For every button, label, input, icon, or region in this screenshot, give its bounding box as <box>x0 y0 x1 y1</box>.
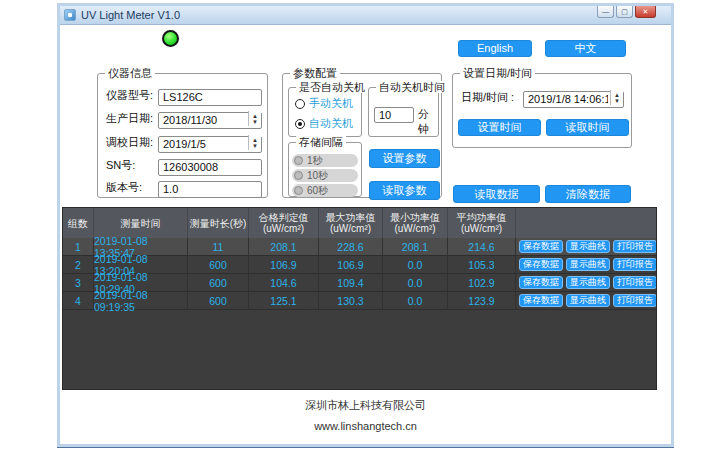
datetime-label: 日期/时间 : <box>461 89 514 106</box>
model-row: 仪器型号: <box>98 87 267 104</box>
minutes-label: 分钟 <box>418 107 438 137</box>
cell-max-value: 228.6 <box>319 238 383 255</box>
production-date-spinner[interactable]: ▲▼ <box>248 111 261 126</box>
cell-min-value: 0.0 <box>383 292 448 309</box>
model-label: 仪器型号: <box>106 87 153 104</box>
title-bar[interactable]: UV Light Meter V1.0 — ▢ ✕ <box>60 6 671 25</box>
header-min: 最小功率值(uW/cm²) <box>383 208 448 238</box>
cell-max-value: 109.4 <box>319 274 383 291</box>
measurement-table: 组数 测量时间 测量时长(秒) 合格判定值(uW/cm²) 最大功率值(uW/c… <box>62 207 657 390</box>
save-data-button[interactable]: 保存数据 <box>519 294 563 307</box>
cell-pass-value: 106.9 <box>249 256 319 273</box>
manual-shutdown-label: 手动关机 <box>309 96 353 111</box>
cell-duration: 11 <box>188 238 249 255</box>
sn-field[interactable] <box>158 159 262 176</box>
maximize-button[interactable]: ▢ <box>616 6 633 18</box>
datetime-field[interactable] <box>523 91 624 108</box>
read-time-button[interactable]: 读取时间 <box>546 119 629 136</box>
read-params-button[interactable]: 读取参数 <box>369 181 440 200</box>
cell-time: 2019-01-08 09:19:35 <box>94 292 188 309</box>
save-data-button[interactable]: 保存数据 <box>519 240 563 253</box>
sn-row: SN号: <box>98 157 267 174</box>
version-field[interactable] <box>158 181 262 198</box>
calibration-date-row: 调校日期: ▲▼ <box>98 134 267 151</box>
english-language-button[interactable]: English <box>458 40 532 57</box>
device-info-group: 仪器信息 仪器型号: 生产日期: ▲▼ 调校日期: ▲▼ SN号: <box>97 73 268 198</box>
row-actions: 保存数据显示曲线打印报告 <box>516 292 657 309</box>
close-button[interactable]: ✕ <box>635 6 656 18</box>
cell-min-value: 0.0 <box>383 256 448 273</box>
calibration-date-spinner[interactable]: ▲▼ <box>248 135 261 150</box>
cell-duration: 600 <box>188 274 249 291</box>
cell-pass-value: 125.1 <box>249 292 319 309</box>
interval-10s-radio[interactable] <box>294 171 303 180</box>
save-data-button[interactable]: 保存数据 <box>519 258 563 271</box>
manual-shutdown-radio[interactable] <box>295 99 305 109</box>
calibration-date-field[interactable] <box>158 136 262 153</box>
read-data-button[interactable]: 读取数据 <box>453 185 540 203</box>
cell-group: 3 <box>63 274 94 291</box>
interval-10s-option[interactable]: 10秒 <box>292 169 358 182</box>
cell-max-value: 106.9 <box>319 256 383 273</box>
production-date-field[interactable] <box>158 112 262 129</box>
storage-interval-title: 存储间隔 <box>296 136 346 148</box>
screen: UV Light Meter V1.0 — ▢ ✕ English 中文 仪器信… <box>0 0 726 450</box>
datetime-spinner[interactable]: ▲▼ <box>610 90 623 105</box>
cell-min-value: 208.1 <box>383 238 448 255</box>
storage-interval-group: 存储间隔 1秒 10秒 60秒 <box>288 142 362 197</box>
table-row[interactable]: 42019-01-08 09:19:35600125.1130.30.0123.… <box>63 292 656 310</box>
param-config-title: 参数配置 <box>290 67 340 79</box>
cell-pass-value: 104.6 <box>249 274 319 291</box>
shutdown-time-field[interactable] <box>374 107 414 123</box>
connection-led-indicator <box>162 30 179 47</box>
device-info-title: 仪器信息 <box>105 67 155 79</box>
interval-10s-label: 10秒 <box>307 169 328 183</box>
show-curve-button[interactable]: 显示曲线 <box>566 240 610 253</box>
cell-avg-value: 105.3 <box>448 256 516 273</box>
cell-avg-value: 102.9 <box>448 274 516 291</box>
interval-60s-radio[interactable] <box>294 186 303 195</box>
cell-group: 4 <box>63 292 94 309</box>
print-report-button[interactable]: 打印报告 <box>613 276 657 289</box>
set-time-button[interactable]: 设置时间 <box>458 119 541 136</box>
interval-60s-option[interactable]: 60秒 <box>292 184 358 197</box>
app-icon <box>64 9 76 21</box>
interval-60s-label: 60秒 <box>307 184 328 198</box>
save-data-button[interactable]: 保存数据 <box>519 276 563 289</box>
version-label: 版本号: <box>106 179 142 196</box>
shutdown-time-title: 自动关机时间 <box>376 81 448 93</box>
auto-shutdown-label: 自动关机 <box>309 116 353 131</box>
row-actions: 保存数据显示曲线打印报告 <box>516 256 657 273</box>
print-report-button[interactable]: 打印报告 <box>613 294 657 307</box>
show-curve-button[interactable]: 显示曲线 <box>566 276 610 289</box>
auto-shutdown-title: 是否自动关机 <box>296 81 368 93</box>
auto-shutdown-group: 是否自动关机 手动关机 自动关机 <box>288 87 362 137</box>
auto-shutdown-option[interactable]: 自动关机 <box>295 117 353 130</box>
calibration-date-label: 调校日期: <box>106 134 153 151</box>
show-curve-button[interactable]: 显示曲线 <box>566 258 610 271</box>
model-field[interactable] <box>158 89 262 106</box>
header-duration: 测量时长(秒) <box>188 208 249 238</box>
minimize-button[interactable]: — <box>597 6 614 18</box>
manual-shutdown-option[interactable]: 手动关机 <box>295 97 353 110</box>
cell-group: 2 <box>63 256 94 273</box>
print-report-button[interactable]: 打印报告 <box>613 258 657 271</box>
interval-1s-option[interactable]: 1秒 <box>292 154 358 167</box>
show-curve-button[interactable]: 显示曲线 <box>566 294 610 307</box>
auto-shutdown-radio[interactable] <box>295 119 305 129</box>
row-actions: 保存数据显示曲线打印报告 <box>516 274 657 291</box>
clear-data-button[interactable]: 清除数据 <box>545 185 631 203</box>
version-row: 版本号: <box>98 179 267 196</box>
print-report-button[interactable]: 打印报告 <box>613 240 657 253</box>
row-actions: 保存数据显示曲线打印报告 <box>516 238 657 255</box>
cell-group: 1 <box>63 238 94 255</box>
interval-1s-radio[interactable] <box>294 156 303 165</box>
table-header: 组数 测量时间 测量时长(秒) 合格判定值(uW/cm²) 最大功率值(uW/c… <box>63 208 656 238</box>
chinese-language-button[interactable]: 中文 <box>545 40 626 57</box>
set-params-button[interactable]: 设置参数 <box>369 149 440 168</box>
website-text: www.linshangtech.cn <box>60 420 671 432</box>
header-time: 测量时间 <box>94 208 188 238</box>
app-window: UV Light Meter V1.0 — ▢ ✕ English 中文 仪器信… <box>57 3 674 447</box>
cell-max-value: 130.3 <box>319 292 383 309</box>
window-client-area: English 中文 仪器信息 仪器型号: 生产日期: ▲▼ 调校日期: ▲ <box>60 26 671 444</box>
